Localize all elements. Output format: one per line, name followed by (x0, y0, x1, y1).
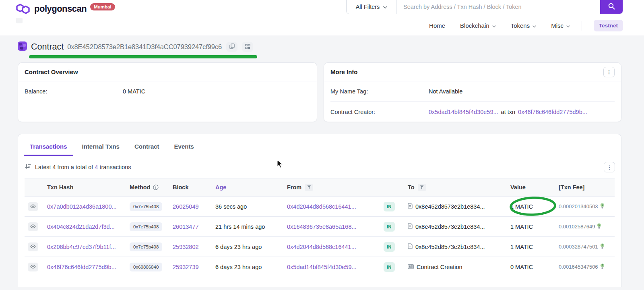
block-link[interactable]: 25932802 (173, 244, 199, 250)
testnet-button[interactable]: Testnet (594, 20, 623, 31)
eye-icon (30, 264, 36, 270)
tx-table-wrap: Txn Hash Method Block Age From (25, 178, 615, 277)
txn-fee-amount: 0.001645347506 (559, 264, 598, 270)
eye-icon-button[interactable] (28, 263, 38, 271)
nav-item-home[interactable]: Home (429, 22, 445, 29)
header-from: From (287, 178, 384, 197)
header-direction-column (384, 178, 408, 197)
eye-icon-button[interactable] (28, 202, 38, 211)
direction-badge: IN (384, 262, 395, 272)
from-address-link[interactable]: 0x4d2044d8d568c16441... (287, 244, 356, 250)
value-amount: 1 MATIC (510, 244, 533, 250)
tab-internal-txns[interactable]: Internal Txns (76, 138, 126, 156)
svg-text:$: $ (601, 244, 603, 247)
gas-bulb-icon: $ (600, 263, 605, 271)
txn-fee-amount: 0.000328747501 (559, 244, 598, 250)
nav-item-tokens[interactable]: Tokens (511, 22, 537, 29)
to-address: 0x8e452d8573e2b1e834... (415, 203, 485, 210)
brand-logo[interactable]: polygonscan Mumbai (15, 3, 115, 17)
search-filter-dropdown[interactable]: All Filters (347, 0, 397, 14)
contract-overview-header: Contract Overview (18, 63, 317, 81)
creation-txn-link[interactable]: 0x46f76c646fdd2775d9b... (518, 109, 587, 115)
nav-item-misc[interactable]: Misc (551, 22, 570, 29)
copy-icon (229, 44, 235, 50)
decorative-square (16, 18, 23, 23)
kebab-menu-icon: ⋮ (607, 69, 612, 75)
gas-bulb-icon: $ (600, 243, 605, 251)
tab-transactions[interactable]: Transactions (24, 138, 73, 156)
more-info-menu-button[interactable]: ⋮ (603, 67, 615, 77)
header-method-label: Method (130, 184, 151, 191)
txn-hash-link[interactable]: 0x7a0db012a4d36a1800... (47, 203, 117, 210)
block-link[interactable]: 26013477 (173, 224, 199, 230)
page-title: Contract 0x8E452D8573e2B1e8341D3f4aCC079… (18, 41, 253, 52)
from-filter-button[interactable] (305, 184, 313, 191)
block-link[interactable]: 26025049 (173, 203, 199, 210)
from-address-link[interactable]: 0x4d2044d8d568c16441... (287, 203, 356, 210)
contract-overview-title: Contract Overview (25, 68, 78, 75)
table-row: 0x208bb4e97cd37f9b11f... 0x7e75b408 2593… (25, 237, 615, 257)
direction-badge: IN (384, 222, 395, 232)
search-bar: All Filters (346, 0, 623, 14)
search-input[interactable] (397, 0, 600, 14)
search-button[interactable] (600, 0, 623, 14)
search-icon (608, 3, 615, 11)
tx-table-menu-button[interactable]: ⋮ (604, 162, 615, 172)
block-link[interactable]: 25932739 (173, 264, 199, 270)
kebab-menu-icon: ⋮ (607, 165, 612, 170)
to-address: 0x8e452d8573e2b1e834... (415, 244, 485, 250)
info-icon[interactable] (153, 184, 159, 190)
tx-summary: Latest 4 from a total of 4 transactions (25, 164, 131, 171)
to-address: 0x8e452d8573e2b1e834... (415, 224, 485, 230)
document-icon (408, 203, 413, 210)
more-info-card: More Info ⋮ My Name Tag: Not Available C… (324, 62, 621, 122)
from-address-link[interactable]: 0x5dad14bf845f4d30e59... (287, 264, 357, 270)
txn-hash-link[interactable]: 0x404c824d21da2d7f3d... (47, 224, 115, 230)
balance-row: Balance: 0 MATIC (25, 81, 310, 102)
nav-label-misc: Misc (551, 22, 564, 29)
more-info-header: More Info ⋮ (324, 63, 621, 81)
nav-label-home: Home (429, 22, 445, 29)
tx-summary-prefix: Latest 4 from a total of (35, 164, 93, 170)
method-badge: 0x7e75b408 (130, 222, 162, 231)
header-age-link[interactable]: Age (215, 184, 226, 191)
header-to-label: To (408, 184, 415, 191)
header-block: Block (173, 178, 215, 197)
tx-table: Txn Hash Method Block Age From (25, 178, 615, 277)
method-badge: 0x7e75b408 (130, 202, 162, 211)
polygon-logo-icon (15, 3, 31, 17)
nav-item-blockchain[interactable]: Blockchain (460, 22, 496, 29)
header-age[interactable]: Age (215, 178, 287, 197)
creator-address-link[interactable]: 0x5dad14bf845f4d30e59... (429, 109, 498, 115)
info-cards-row: Contract Overview Balance: 0 MATIC More … (18, 62, 621, 122)
tab-contract[interactable]: Contract (128, 138, 165, 156)
qr-code-button[interactable] (242, 42, 253, 52)
tx-summary-suffix: transactions (99, 164, 131, 170)
contract-creation-icon (408, 264, 414, 270)
table-row: 0x7a0db012a4d36a1800... 0x7e75b408 26025… (25, 197, 615, 217)
value-amount: 1 MATIC (510, 203, 533, 210)
age-value: 36 secs ago (215, 203, 247, 210)
method-badge: 0x60806040 (130, 263, 162, 271)
tab-events[interactable]: Events (168, 138, 200, 156)
txn-hash-link[interactable]: 0x46f76c646fdd2775d9b... (47, 264, 116, 270)
from-address-link[interactable]: 0x164836735e8a65a168... (287, 224, 357, 230)
chevron-down-icon (492, 22, 496, 29)
tx-table-header-row: Txn Hash Method Block Age From (25, 178, 615, 197)
to-filter-button[interactable] (418, 184, 426, 191)
tx-toolbar: Latest 4 from a total of 4 transactions … (18, 156, 621, 177)
copy-address-button[interactable] (226, 42, 237, 52)
header-txn-fee: [Txn Fee] (559, 178, 615, 197)
document-icon (408, 243, 413, 250)
txn-fee-amount: 0.000201340503 (559, 203, 598, 209)
svg-text:$: $ (601, 264, 603, 267)
nav-label-blockchain: Blockchain (460, 22, 489, 29)
balance-label: Balance: (25, 88, 123, 95)
tx-count-link[interactable]: 4 (95, 164, 98, 170)
eye-icon-button[interactable] (28, 222, 38, 231)
txn-hash-link[interactable]: 0x208bb4e97cd37f9b11f... (47, 244, 116, 250)
nav-label-tokens: Tokens (511, 22, 530, 29)
contract-overview-card: Contract Overview Balance: 0 MATIC (18, 62, 317, 122)
to-contract-creation-label: Contract Creation (417, 264, 462, 270)
eye-icon-button[interactable] (28, 242, 38, 251)
